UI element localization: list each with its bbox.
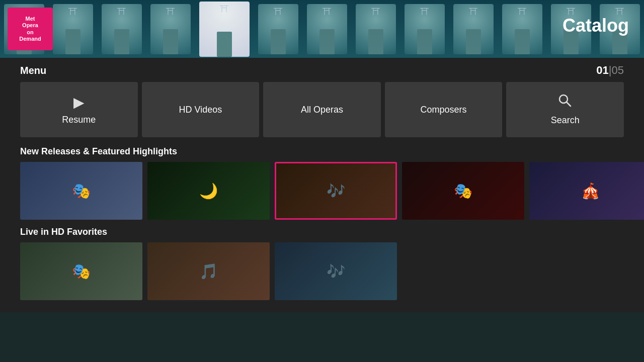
banner-figure [102, 4, 142, 54]
live-hd-section: Live in HD Favorites 🎭 🎵 🎶 [20, 227, 624, 300]
menu-label: Menu [20, 65, 46, 76]
resume-label: Resume [62, 115, 96, 125]
banner-figure [150, 4, 191, 54]
banner-figure [405, 4, 445, 54]
banner-figure [356, 4, 396, 54]
search-icon [558, 94, 572, 111]
new-releases-section: New Releases & Featured Highlights 🎭 🌙 🎶… [20, 146, 624, 220]
hd-videos-label: HD Videos [179, 105, 222, 115]
composers-button[interactable]: Composers [385, 82, 503, 137]
hd-videos-button[interactable]: HD Videos [142, 82, 260, 137]
svg-line-1 [567, 102, 571, 106]
content-area: New Releases & Featured Highlights 🎭 🌙 🎶… [0, 141, 644, 312]
new-releases-row: 🎭 🌙 🎶 🎭 🎪 [20, 162, 624, 220]
banner-figure [502, 4, 542, 54]
menu-header: Menu 01|05 [20, 64, 624, 77]
nav-buttons: ▶ Resume HD Videos All Operas Composers … [20, 82, 624, 137]
banner-background [0, 0, 644, 58]
banner-center-figure [199, 2, 250, 57]
logo-text: Met Opera on Demand [19, 16, 41, 42]
thumbnail-nr-5[interactable]: 🎪 [529, 162, 644, 220]
banner-figure [53, 4, 93, 54]
banner-figure [258, 4, 298, 54]
thumbnail-nr-3-highlighted[interactable]: 🎶 [275, 162, 397, 220]
met-opera-logo[interactable]: Met Opera on Demand [8, 8, 53, 50]
page-total: 05 [612, 64, 624, 76]
thumbnail-lhd-3[interactable]: 🎶 [275, 242, 397, 300]
catalog-title: Catalog [562, 15, 629, 36]
composers-label: Composers [421, 105, 467, 115]
resume-button[interactable]: ▶ Resume [20, 82, 138, 137]
thumbnail-lhd-2[interactable]: 🎵 [147, 242, 270, 300]
menu-section: Menu 01|05 ▶ Resume HD Videos All Operas… [0, 58, 644, 141]
thumbnail-nr-4[interactable]: 🎭 [402, 162, 524, 220]
page-indicator: 01|05 [596, 64, 624, 77]
search-label: Search [551, 115, 580, 126]
thumbnail-nr-2[interactable]: 🌙 [147, 162, 270, 220]
live-hd-title: Live in HD Favorites [20, 227, 624, 237]
thumbnail-lhd-1[interactable]: 🎭 [20, 242, 142, 300]
new-releases-title: New Releases & Featured Highlights [20, 146, 624, 157]
thumbnail-nr-1[interactable]: 🎭 [20, 162, 142, 220]
header-banner: Met Opera on Demand Catalog [0, 0, 644, 58]
all-operas-label: All Operas [301, 105, 343, 115]
banner-figure [453, 4, 494, 54]
live-hd-row: 🎭 🎵 🎶 [20, 242, 624, 300]
search-button[interactable]: Search [506, 82, 624, 137]
banner-figure [307, 4, 347, 54]
play-icon: ▶ [73, 94, 85, 111]
all-operas-button[interactable]: All Operas [263, 82, 381, 137]
page-current: 01 [596, 64, 608, 76]
